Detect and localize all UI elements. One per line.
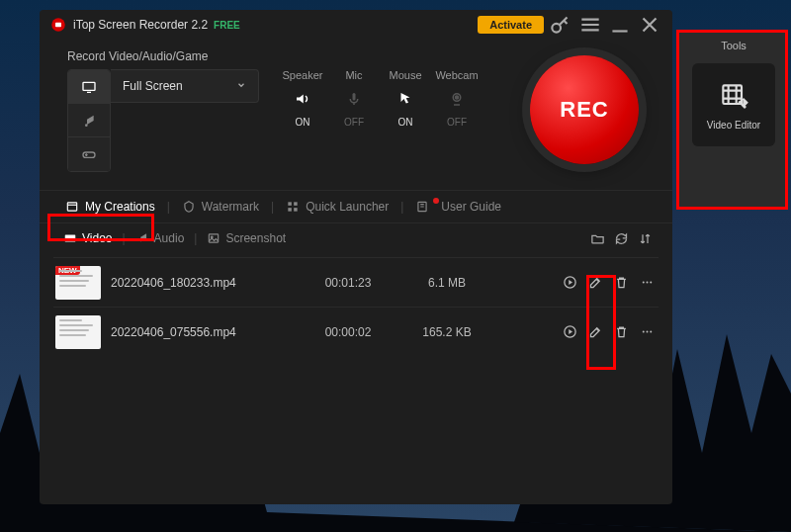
toggle-state: OFF [431,117,483,128]
mode-screen-button[interactable] [68,70,110,104]
titlebar: iTop Screen Recorder 2.2 FREE Activate [40,10,672,40]
guide-icon [415,200,435,214]
svg-point-21 [646,282,648,284]
more-icon[interactable] [639,275,655,290]
svg-rect-14 [294,208,298,212]
minimize-icon[interactable] [607,12,633,38]
subtab-label: Audio [154,231,185,245]
toggle-label: Webcam [431,69,483,81]
file-name: 20220406_075556.mp4 [111,325,299,339]
film-edit-icon [718,80,749,112]
toggle-state: ON [277,117,328,128]
webcam-icon [431,87,483,111]
svg-point-4 [552,24,561,33]
svg-point-9 [456,96,459,99]
speaker-icon [277,87,328,111]
svg-rect-11 [289,202,293,206]
svg-rect-16 [65,235,76,242]
tab-label: My Creations [85,200,155,214]
main-tabs: My Creations | Watermark | Quick Launche… [40,190,672,223]
record-button-label: REC [560,97,608,123]
subtab-label: Video [82,231,112,245]
subtab-screenshot[interactable]: Screenshot [199,231,294,245]
delete-icon[interactable] [613,324,629,339]
file-size: 6.1 MB [397,276,496,290]
svg-rect-12 [294,202,298,206]
file-duration: 00:00:02 [299,325,397,339]
file-thumbnail[interactable]: NEW [55,266,101,300]
toggle-mouse[interactable]: Mouse ON [380,69,431,128]
tab-user-guide[interactable]: User Guide [405,191,511,222]
key-icon[interactable] [548,12,573,38]
toggle-mic[interactable]: Mic OFF [328,69,380,128]
tab-label: Watermark [202,200,259,214]
subtab-audio[interactable]: Audio [128,231,193,245]
toggle-label: Speaker [277,69,328,81]
toggle-label: Mic [328,69,380,81]
record-button[interactable]: REC [530,55,639,164]
delete-icon[interactable] [613,275,629,290]
svg-rect-17 [210,234,219,242]
tab-watermark[interactable]: Watermark [172,191,269,222]
edit-icon[interactable] [587,275,603,290]
chevron-down-icon [236,79,246,93]
svg-point-25 [646,331,648,333]
svg-rect-6 [83,152,95,157]
play-icon[interactable] [562,324,577,339]
tool-label: Video Editor [707,120,760,131]
file-thumbnail[interactable] [55,315,101,349]
record-panel: Full Screen Speaker ON Mic OFF Mouse ON … [40,69,672,190]
refresh-icon[interactable] [609,230,633,245]
play-icon[interactable] [562,275,577,290]
open-folder-icon[interactable] [585,230,609,245]
svg-rect-3 [55,23,61,28]
subtab-label: Screenshot [225,231,286,245]
svg-rect-13 [289,208,293,212]
file-actions [562,275,659,290]
more-icon[interactable] [639,324,655,339]
svg-point-22 [650,282,652,284]
activate-button[interactable]: Activate [478,16,544,34]
file-row: 20220406_075556.mp4 00:00:02 165.2 KB [53,307,659,356]
tools-title: Tools [721,40,747,51]
screen-area-select[interactable]: Full Screen [111,69,259,103]
toggle-state: ON [380,117,431,128]
tab-my-creations[interactable]: My Creations [55,191,165,222]
svg-rect-5 [83,82,95,90]
toggle-label: Mouse [380,69,431,81]
free-badge: FREE [214,20,240,31]
svg-rect-10 [67,203,76,211]
svg-point-26 [650,331,652,333]
tab-label: Quick Launcher [306,200,389,214]
file-duration: 00:01:23 [299,276,397,290]
subtab-video[interactable]: Video [55,231,120,245]
toggle-row: Speaker ON Mic OFF Mouse ON Webcam OFF [277,69,483,128]
tools-panel: Tools Video Editor [679,30,788,208]
mouse-icon [380,87,431,111]
file-size: 165.2 KB [397,325,496,339]
svg-point-20 [642,282,644,284]
menu-icon[interactable] [577,12,603,38]
app-title: iTop Screen Recorder 2.2 [73,18,208,32]
app-logo-icon [49,16,67,34]
toggle-webcam[interactable]: Webcam OFF [431,69,483,128]
creation-subtabs: Video | Audio | Screenshot [40,223,672,253]
tool-video-editor[interactable]: Video Editor [692,63,775,146]
app-window: iTop Screen Recorder 2.2 FREE Activate R… [40,10,672,504]
tab-quick-launcher[interactable]: Quick Launcher [276,191,398,222]
file-name: 20220406_180233.mp4 [111,276,299,290]
mode-audio-button[interactable] [68,104,110,137]
sort-icon[interactable] [633,230,657,245]
file-list: NEW 20220406_180233.mp4 00:01:23 6.1 MB … [40,253,672,356]
svg-rect-7 [353,93,356,101]
mode-game-button[interactable] [68,137,110,171]
file-actions [562,324,659,339]
tab-label: User Guide [441,200,501,214]
screen-area-label: Full Screen [123,79,183,93]
edit-icon[interactable] [587,324,603,339]
svg-rect-27 [723,85,742,104]
toggle-speaker[interactable]: Speaker ON [277,69,328,128]
mic-icon [328,87,380,111]
svg-point-24 [642,331,644,333]
close-icon[interactable] [637,12,662,38]
